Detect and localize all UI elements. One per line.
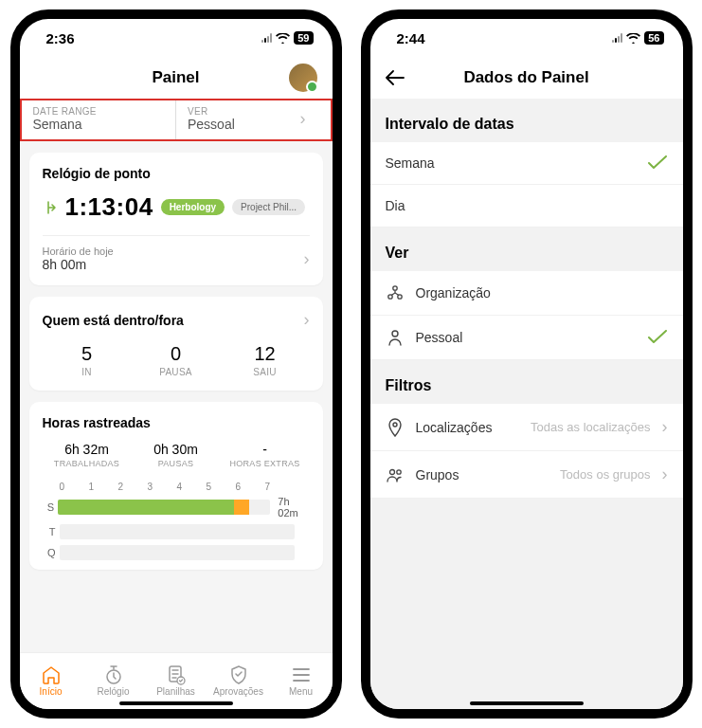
chart-rows: S 7h 02m T Q [43,496,310,560]
chart-track [58,500,270,515]
axis-tick: 6 [236,482,265,492]
filter-date-label: DATE RANGE [33,106,165,117]
clock-in-icon [43,200,58,215]
tab-label: Planilhas [156,686,195,697]
filter-date-value: Semana [33,117,165,132]
check-icon [647,155,668,171]
axis-tick: 5 [207,482,236,492]
presence-title: Quem está dentro/fora [43,313,184,328]
filter-view-label: VER [188,106,300,117]
tag-primary[interactable]: Herbology [161,199,225,215]
section-filters: Filtros [370,360,683,404]
chevron-right-icon: › [662,464,668,484]
tracked-col: 0h 30m PAUSAS [132,442,221,468]
main-content: DATE RANGE Semana VER Pessoal › Relógio … [20,99,333,652]
stat-in: 5 IN [43,343,132,377]
tab-menu[interactable]: Menu [270,653,333,709]
today-hours-row[interactable]: Horário de hoje 8h 00m › [43,235,310,272]
status-icons: 59 [261,31,313,45]
home-indicator [119,701,233,705]
presence-stats: 5 IN 0 PAUSA 12 SAIU [43,343,310,377]
clock-card: Relógio de ponto 1:13:04 Herbology Proje… [29,153,323,285]
group-icon [386,467,405,482]
tab-icon [104,665,123,684]
stat-pausa: 0 PAUSA [132,343,221,377]
clock-time: 2:36 [46,30,75,46]
person-icon [386,329,405,346]
tab-início[interactable]: Início [20,653,82,709]
avatar[interactable] [289,64,317,92]
tab-icon [292,665,311,684]
tracked-val: - [221,442,310,457]
tab-icon [229,665,248,684]
date-option[interactable]: Dia [370,185,683,228]
filter-date-range[interactable]: DATE RANGE Semana [22,100,177,139]
filter-bar[interactable]: DATE RANGE Semana VER Pessoal › [20,99,333,141]
option-hint: Todos os grupos [560,467,650,482]
stat-lbl: IN [43,367,132,377]
chevron-right-icon: › [300,109,319,129]
tab-bar: Início Relógio Planilhas Aprovações Menu [20,652,333,709]
stat-lbl: SAIU [221,367,310,377]
back-button[interactable] [386,70,405,85]
signal-icon [612,33,622,43]
chevron-right-icon: › [304,249,310,269]
filter-option[interactable]: Grupos Todos os grupos › [370,451,683,499]
chart-day: T [43,526,56,537]
option-label: Pessoal [416,330,636,345]
axis-tick: 4 [177,482,207,492]
tracked-lbl: PAUSAS [132,459,221,468]
timer-row[interactable]: 1:13:04 Herbology Project Phil... [43,192,310,222]
tracked-columns: 6h 32m TRABALHADAS 0h 30m PAUSAS - HORAS… [43,442,310,468]
presence-header[interactable]: Quem está dentro/fora › [43,310,310,330]
tab-icon [167,665,186,684]
filter-option[interactable]: Localizações Todas as localizações › [370,404,683,451]
section-date-range: Intervalo de datas [370,99,683,142]
phone-screen-painel: 2:36 59 Painel DATE RANGE Semana VER Pes… [10,9,342,719]
tab-label: Relógio [98,686,130,697]
wifi-icon [276,33,290,44]
chart-row: Q [43,545,310,560]
stat-num: 5 [43,343,132,365]
filter-view[interactable]: VER Pessoal › [176,100,331,139]
axis-tick: 3 [148,482,177,492]
chart-track [60,545,295,560]
svg-point-3 [392,286,396,290]
view-option[interactable]: Pessoal [370,316,683,360]
tracked-val: 0h 30m [132,442,221,457]
status-icons: 56 [612,31,663,45]
chart-row: S 7h 02m [43,496,310,519]
chart-track [60,524,295,539]
chart-axis: 01234567 [43,482,310,492]
battery-badge: 56 [644,31,663,45]
svg-point-9 [396,469,400,473]
option-label: Localizações [416,420,520,435]
svg-point-7 [393,423,397,427]
tab-label: Aprovações [213,686,263,697]
stat-saiu: 12 SAIU [221,343,310,377]
axis-tick: 1 [89,482,118,492]
tracked-val: 6h 32m [43,442,132,457]
svg-point-6 [392,331,398,337]
date-option[interactable]: Semana [370,142,683,185]
battery-badge: 59 [294,31,313,45]
phone-screen-dados: 2:44 56 Dados do Painel Intervalo de dat… [361,9,693,719]
stat-num: 12 [221,343,310,365]
presence-card: Quem está dentro/fora › 5 IN 0 PAUSA 12 … [29,297,323,391]
tag-secondary[interactable]: Project Phil... [232,199,305,215]
chart-total: 7h 02m [278,496,309,519]
chart-day: Q [43,547,56,558]
chevron-right-icon: › [662,417,668,437]
stat-num: 0 [132,343,221,365]
tab-label: Início [40,686,63,697]
section-view: Ver [370,228,683,271]
tab-label: Menu [289,686,313,697]
today-value: 8h 00m [43,257,114,272]
chart-day: S [43,501,55,513]
view-option[interactable]: Organização [370,271,683,316]
org-icon [386,284,405,301]
signal-icon [261,33,272,43]
header: Painel [20,57,333,99]
tracked-col: 6h 32m TRABALHADAS [43,442,132,468]
tracked-lbl: HORAS EXTRAS [221,459,310,468]
